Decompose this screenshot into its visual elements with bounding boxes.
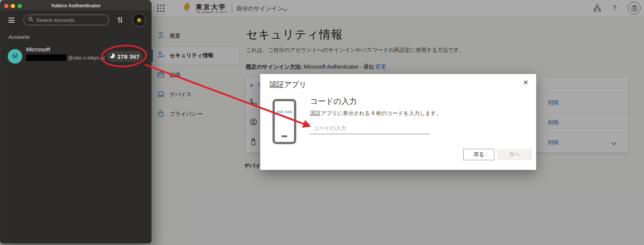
otp-code-pill[interactable]: 278 367 bbox=[107, 51, 142, 62]
window-titlebar: Yubico Authenticator bbox=[0, 0, 151, 11]
close-icon[interactable]: ✕ bbox=[523, 79, 528, 86]
search-input[interactable] bbox=[36, 17, 97, 23]
search-icon bbox=[28, 16, 33, 23]
yubikey-gold-contact bbox=[137, 18, 141, 22]
yubico-authenticator-window: Yubico Authenticator Accounts M Microsof… bbox=[0, 0, 152, 243]
account-avatar: M bbox=[8, 49, 22, 64]
window-title: Yubico Authenticator bbox=[51, 3, 101, 8]
search-accounts-field[interactable] bbox=[23, 15, 109, 25]
enter-code-heading: コードの入力 bbox=[310, 96, 357, 107]
next-button-disabled[interactable]: 次へ bbox=[497, 149, 532, 160]
screenshot-canvas: 東京大学 THE UNIVERSITY OF TOKYO 自分のサインイン ? bbox=[0, 0, 644, 245]
dialog-title: 認証アプリ bbox=[269, 80, 306, 90]
back-button[interactable]: 戻る bbox=[463, 149, 494, 160]
zoom-traffic-light[interactable] bbox=[18, 4, 22, 8]
code-input[interactable] bbox=[310, 123, 430, 134]
account-username: @utac.u-tokyo.ac bbox=[68, 55, 105, 61]
redacted-username-bar bbox=[26, 54, 66, 61]
accounts-section-label: Accounts bbox=[8, 34, 30, 40]
yubikey-avatar[interactable] bbox=[132, 13, 146, 27]
otp-code: 278 367 bbox=[117, 53, 140, 60]
phone-code-text: xxx xxx bbox=[275, 109, 294, 114]
authenticator-app-dialog: 認証アプリ ✕ xxx xxx コードの入力 認証アプリに表示される 6 桁のコ… bbox=[260, 74, 536, 170]
phone-illustration: xxx xxx bbox=[272, 99, 296, 144]
minimize-traffic-light[interactable] bbox=[11, 4, 15, 8]
timer-pie-icon bbox=[109, 53, 115, 60]
filter-sliders-icon[interactable] bbox=[116, 15, 125, 26]
account-issuer: Microsoft bbox=[26, 46, 50, 53]
close-traffic-light[interactable] bbox=[4, 4, 8, 8]
enter-code-description: 認証アプリに表示される 6 桁のコードを入力します。 bbox=[310, 110, 441, 117]
menu-icon[interactable] bbox=[8, 18, 15, 24]
phone-home-bar bbox=[282, 135, 287, 137]
